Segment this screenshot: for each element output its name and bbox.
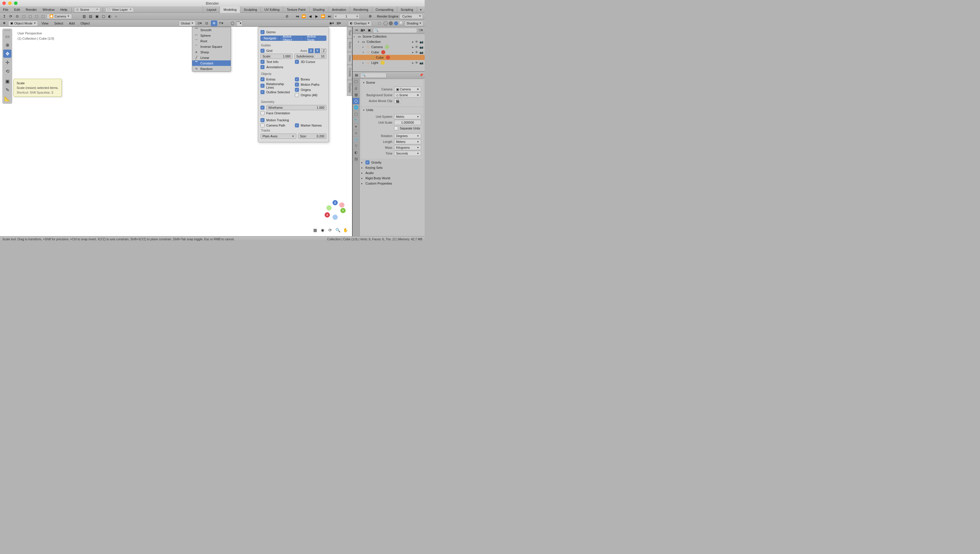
preview-icon[interactable]: ▣ [94, 14, 99, 19]
nav-navigate[interactable]: Navigate [260, 35, 279, 41]
walk-icon[interactable]: ⟳ [328, 228, 333, 233]
rel-check[interactable]: ✓ [260, 84, 265, 88]
gizmo-check[interactable]: ✓ [260, 30, 265, 34]
pt-output[interactable]: 🖨 [353, 85, 359, 92]
record-icon[interactable]: ⊙ [14, 14, 20, 19]
unit-system-select[interactable]: Metric▼ [394, 114, 421, 119]
minimize-icon[interactable] [8, 2, 12, 5]
menu-window[interactable]: Window [40, 6, 57, 13]
tool-scale[interactable]: ⟲ [3, 67, 11, 75]
bgscene-field[interactable]: ◇ Scene✕ [394, 92, 421, 98]
falloff-linear[interactable]: ╱Linear [192, 55, 231, 60]
vtab-display[interactable]: Display [347, 80, 352, 96]
pivot-selector[interactable]: 🎦 Camera ▼ [47, 14, 72, 19]
ws-sculpting[interactable]: Sculpting [240, 6, 260, 13]
aux2-icon[interactable]: ○ [113, 14, 119, 19]
orientation-select[interactable]: Global▼ [179, 21, 196, 26]
pt-world[interactable]: 🌐 [353, 104, 359, 111]
annot-check[interactable]: ✓ [260, 65, 265, 69]
wire-field[interactable]: Wireframe:1.000 [266, 105, 327, 110]
pt-particle[interactable]: ✦ [353, 124, 359, 130]
marker-icon[interactable]: ▥ [81, 14, 87, 19]
pt-viewlayer[interactable]: ▦ [353, 92, 359, 98]
tool-move[interactable]: ✥ [3, 49, 11, 58]
shading-solid-icon[interactable] [389, 21, 393, 25]
key-loc-icon[interactable]: ⬚ [21, 14, 26, 19]
skip-start-icon[interactable]: ⏮ [295, 14, 300, 19]
pt-constraint[interactable]: 🔗 [353, 137, 359, 143]
pin-icon[interactable]: 📌 [419, 73, 424, 77]
ws-scripting[interactable]: Scripting [397, 6, 417, 13]
ws-shading[interactable]: Shading [309, 6, 328, 13]
props-type-icon[interactable]: ▤ [354, 73, 359, 77]
skip-end-icon[interactable]: ⏭ [327, 14, 332, 19]
axis-y[interactable]: Y [315, 48, 320, 53]
ws-modeling[interactable]: Modeling [220, 6, 240, 13]
mode-select[interactable]: ▣ Object Mode ▼ [8, 21, 38, 26]
tool-cursor[interactable]: ⊕ [3, 41, 11, 49]
origins-check[interactable]: ✓ [295, 88, 299, 92]
pt-object[interactable]: ▢ [353, 111, 359, 117]
play-icon[interactable]: ▶ [314, 14, 319, 19]
bake-icon[interactable]: ▢ [100, 14, 106, 19]
rotation-select[interactable]: Degrees▼ [394, 133, 421, 138]
render-icon[interactable]: 📷 [419, 40, 424, 44]
separate-check[interactable] [394, 126, 398, 131]
filter-icon[interactable]: ▽▾ [418, 28, 424, 33]
originsall-check[interactable] [295, 93, 299, 97]
pt-scene[interactable]: ⬡ [353, 98, 359, 104]
faceori-check[interactable] [260, 111, 265, 115]
select-menu[interactable]: Select [52, 22, 65, 25]
editor-type-icon[interactable]: ✥ [1, 21, 7, 26]
props-context-search[interactable]: 🔍 [360, 73, 386, 78]
outliner-collection-icon[interactable]: ▣ [367, 28, 372, 32]
clip-field[interactable]: 🎬 [394, 98, 401, 103]
snap-icon[interactable]: ⊡ [204, 21, 210, 26]
refresh-icon[interactable]: ⟳ [8, 14, 13, 19]
shading-rendered-icon[interactable] [399, 21, 403, 25]
ws-animation[interactable]: Animation [328, 6, 350, 13]
grip-icon[interactable] [4, 30, 10, 31]
tool-transform[interactable]: ▣ [3, 77, 11, 85]
maximize-icon[interactable] [14, 2, 18, 5]
autokey-icon[interactable]: ⊘ [284, 14, 290, 19]
tracks-size-field[interactable]: Size:0.200 [298, 134, 327, 139]
falloff-sharp[interactable]: ∧Sharp [192, 49, 231, 55]
outliner[interactable]: ▸▭Scene Collection ▾▭Collection ▸👁📷 ▸▽Ca… [353, 34, 425, 72]
pt-physics[interactable]: ⚛ [353, 130, 359, 137]
object-menu[interactable]: Object [78, 22, 92, 25]
viewlayer-selector[interactable]: ⬚ View Layer ▼ [105, 7, 134, 12]
scale-field[interactable]: Scale:1.000 [260, 54, 293, 59]
panel-keying[interactable]: ▸Keying Sets [362, 165, 423, 170]
falloff-invsq[interactable]: ⌒Inverse Square [192, 44, 231, 49]
pan-icon[interactable]: ✋ [343, 228, 348, 233]
ws-add[interactable]: + [417, 6, 425, 13]
prev-key-icon[interactable]: ⏪ [301, 14, 306, 19]
propor-edit-icon[interactable]: ◯ [229, 21, 235, 26]
falloff-root[interactable]: ⌒Root [192, 38, 231, 44]
gizmo-z[interactable]: Z [333, 200, 338, 205]
key-rot-icon[interactable]: ⬚ [27, 14, 33, 19]
gizmo-nx[interactable] [339, 202, 344, 208]
falloff-constant[interactable]: ▔Constant [192, 60, 231, 66]
aux1-icon[interactable]: ◐ [107, 14, 112, 19]
length-select[interactable]: Meters▼ [394, 139, 421, 144]
wire-check[interactable]: ✓ [260, 105, 265, 110]
panel-audio[interactable]: ▸Audio [362, 170, 423, 175]
gizmo-nz[interactable] [333, 215, 338, 220]
gizmo-ny[interactable] [327, 205, 331, 210]
nav-activetools[interactable]: Active Tools [304, 35, 327, 41]
cursor3d-check[interactable]: ✓ [295, 60, 299, 64]
campath-check[interactable] [260, 123, 265, 127]
gizmo-y[interactable]: Y [340, 208, 346, 213]
panel-gravity[interactable]: ▸✓Gravity [362, 160, 423, 165]
next-key-icon[interactable]: ⏩ [320, 14, 326, 19]
exclude-icon[interactable]: ▸ [412, 40, 414, 44]
menu-render[interactable]: Render [23, 6, 40, 13]
grid-icon[interactable]: ▦ [312, 228, 318, 233]
snap-target-icon[interactable]: ⊓▾ [218, 21, 224, 26]
ws-rendering[interactable]: Rendering [350, 6, 372, 13]
shading-lookdev-icon[interactable] [394, 21, 398, 25]
vtab-redo[interactable]: Redo [347, 38, 352, 52]
panel-rigid[interactable]: ▸Rigid Body World [362, 175, 423, 181]
